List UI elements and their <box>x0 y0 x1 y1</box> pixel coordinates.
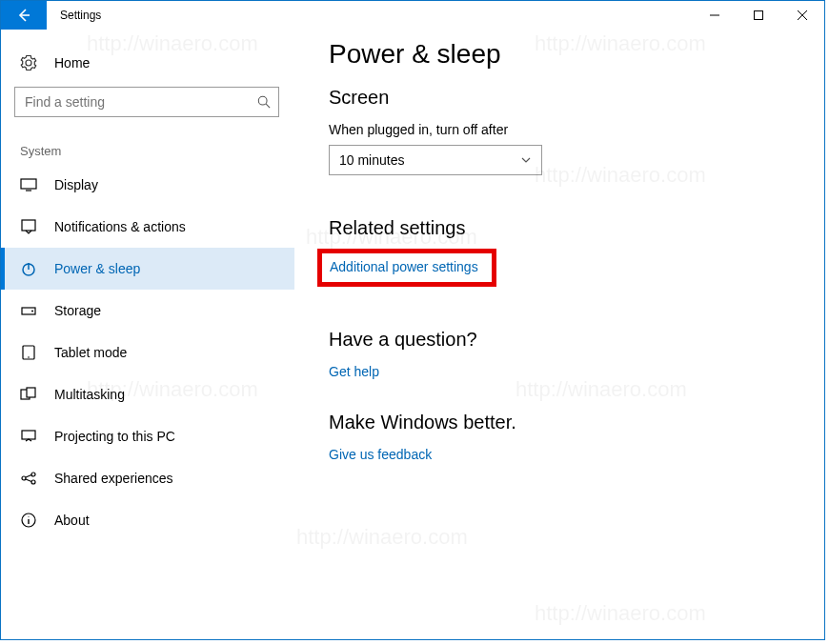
maximize-icon <box>754 10 763 20</box>
minimize-icon <box>710 10 719 20</box>
get-help-link[interactable]: Get help <box>329 364 379 379</box>
search-icon <box>257 95 271 109</box>
search-container <box>1 85 294 131</box>
svg-point-1 <box>258 96 267 105</box>
screen-off-label: When plugged in, turn off after <box>329 122 796 137</box>
chevron-down-icon <box>520 154 532 166</box>
svg-point-6 <box>31 311 33 312</box>
screen-heading: Screen <box>329 87 796 109</box>
content-area: Home System Display <box>1 30 824 639</box>
maximize-button[interactable] <box>737 1 780 30</box>
sidebar-group-label: System <box>1 131 294 164</box>
window-title: Settings <box>47 1 693 30</box>
back-arrow-icon <box>16 8 31 23</box>
power-icon <box>20 260 41 277</box>
sidebar-item-projecting[interactable]: Projecting to this PC <box>1 415 294 457</box>
sidebar-item-storage[interactable]: Storage <box>1 290 294 332</box>
sidebar-item-multitasking[interactable]: Multitasking <box>1 373 294 415</box>
sidebar-item-shared-experiences[interactable]: Shared experiences <box>1 457 294 499</box>
storage-icon <box>20 302 41 319</box>
sidebar-item-label: Display <box>41 177 98 192</box>
svg-rect-2 <box>21 179 36 189</box>
close-button[interactable] <box>780 1 824 30</box>
sidebar-item-label: Storage <box>41 303 101 318</box>
window-controls <box>693 1 824 30</box>
sidebar-item-tablet-mode[interactable]: Tablet mode <box>1 332 294 373</box>
projecting-icon <box>20 428 41 445</box>
about-icon <box>20 512 41 529</box>
highlight-annotation: Additional power settings <box>317 249 496 287</box>
sidebar-item-label: Multitasking <box>41 387 125 402</box>
titlebar: Settings <box>1 1 824 30</box>
sidebar: Home System Display <box>1 30 294 639</box>
screen-off-dropdown[interactable]: 10 minutes <box>329 145 542 175</box>
svg-rect-0 <box>755 11 763 20</box>
svg-point-14 <box>31 480 35 484</box>
notifications-icon <box>20 218 41 235</box>
shared-icon <box>20 470 41 487</box>
search-box[interactable] <box>14 87 279 117</box>
additional-power-settings-link[interactable]: Additional power settings <box>330 259 478 274</box>
sidebar-item-label: Power & sleep <box>41 261 140 276</box>
multitasking-icon <box>20 386 41 403</box>
gear-icon <box>20 54 43 71</box>
app-window: Settings Home <box>0 0 825 640</box>
better-heading: Make Windows better. <box>329 412 796 433</box>
svg-rect-11 <box>22 431 35 439</box>
svg-point-13 <box>31 473 35 476</box>
home-label: Home <box>43 55 90 70</box>
search-input[interactable] <box>23 93 257 111</box>
related-heading: Related settings <box>329 217 796 239</box>
sidebar-item-display[interactable]: Display <box>1 164 294 206</box>
svg-rect-3 <box>22 220 35 231</box>
sidebar-item-label: Tablet mode <box>41 345 127 360</box>
question-heading: Have a question? <box>329 329 796 351</box>
svg-point-8 <box>28 356 30 358</box>
minimize-button[interactable] <box>693 1 737 30</box>
svg-rect-10 <box>27 388 35 397</box>
back-button[interactable] <box>1 1 47 30</box>
sidebar-item-label: Projecting to this PC <box>41 429 175 444</box>
display-icon <box>20 176 41 193</box>
feedback-link[interactable]: Give us feedback <box>329 447 432 462</box>
tablet-icon <box>20 344 41 361</box>
sidebar-item-label: Notifications & actions <box>41 219 186 234</box>
sidebar-item-label: About <box>41 513 90 528</box>
sidebar-item-about[interactable]: About <box>1 499 294 541</box>
sidebar-item-label: Shared experiences <box>41 471 173 486</box>
svg-point-12 <box>22 476 26 480</box>
close-icon <box>798 10 807 20</box>
page-title: Power & sleep <box>329 39 796 70</box>
dropdown-value: 10 minutes <box>339 152 404 168</box>
sidebar-item-power-sleep[interactable]: Power & sleep <box>1 248 294 290</box>
home-button[interactable]: Home <box>1 45 294 85</box>
sidebar-item-notifications[interactable]: Notifications & actions <box>1 206 294 248</box>
main-panel: Power & sleep Screen When plugged in, tu… <box>294 30 824 639</box>
